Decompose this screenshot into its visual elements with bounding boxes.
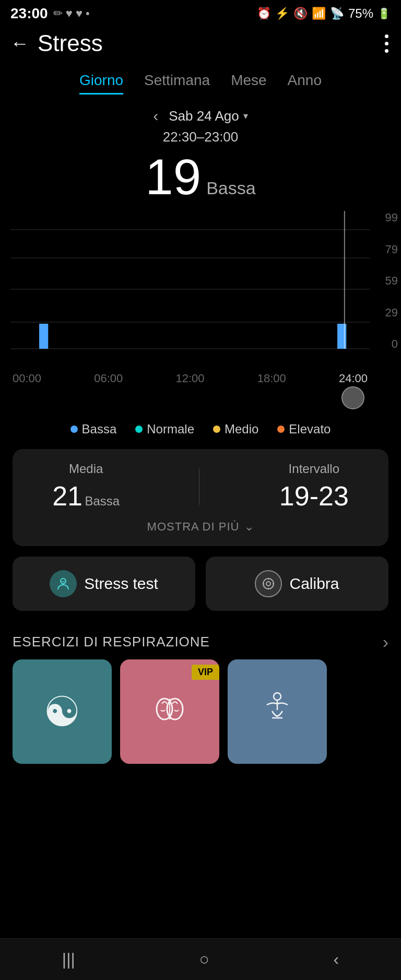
bluetooth-icon: ⚡ <box>275 7 289 20</box>
battery-icon: 🔋 <box>378 7 391 20</box>
y-label-29: 29 <box>371 306 401 320</box>
stat-intervallo: Intervallo 19-23 <box>279 462 349 512</box>
chart-svg <box>10 211 370 368</box>
breathing-nav-arrow[interactable]: › <box>383 632 388 652</box>
x-axis-labels: 00:00 06:00 12:00 18:00 24:00 <box>0 370 401 385</box>
tab-anno[interactable]: Anno <box>288 72 322 95</box>
legend-label-elevato: Elevato <box>289 422 331 436</box>
date-selector[interactable]: Sab 24 Ago ▾ <box>169 108 247 124</box>
stress-test-icon <box>50 570 77 597</box>
menu-dot-2 <box>385 42 388 45</box>
scrubber-row <box>0 385 401 409</box>
intervallo-value: 19-23 <box>279 480 349 512</box>
app-header: ← Stress <box>0 25 401 62</box>
breathing-card-3[interactable] <box>228 659 327 764</box>
legend-normale: Normale <box>135 422 194 436</box>
wifi-icon: 📶 <box>312 7 326 20</box>
menu-dot-3 <box>385 49 388 53</box>
nav-recent-apps-icon[interactable]: ||| <box>62 950 75 969</box>
stress-test-label: Stress test <box>84 575 158 593</box>
legend-medio: Medio <box>213 422 258 436</box>
stress-value-display: 19 Bassa <box>0 145 401 211</box>
calibra-icon <box>255 570 282 597</box>
breathing-card-2-icon <box>151 689 188 734</box>
legend-dot-medio <box>213 426 220 433</box>
chart-scrubber[interactable] <box>341 386 364 409</box>
bottom-nav: ||| ○ ‹ <box>0 938 401 980</box>
header-left: ← Stress <box>10 30 103 56</box>
nav-home-icon[interactable]: ○ <box>199 950 209 969</box>
media-label: Media <box>52 462 120 476</box>
meditation-svg <box>259 689 296 726</box>
stat-media: Media 21 Bassa <box>52 462 120 512</box>
current-date: Sab 24 Ago <box>169 108 239 124</box>
date-dropdown-icon: ▾ <box>243 110 248 122</box>
breathing-card-2[interactable]: VIP <box>120 659 219 764</box>
x-label-2400: 24:00 <box>339 372 368 385</box>
svg-point-8 <box>61 578 66 584</box>
y-label-99: 99 <box>371 211 401 225</box>
chart-wrapper: 99 79 59 29 0 <box>0 211 401 370</box>
x-label-1200: 12:00 <box>175 372 204 385</box>
calibra-button[interactable]: Calibra <box>206 557 388 611</box>
battery-label: 75% <box>348 6 373 21</box>
y-label-59: 59 <box>371 274 401 288</box>
media-value-row: 21 Bassa <box>52 480 120 512</box>
stats-card: Media 21 Bassa Intervallo 19-23 MOSTRA D… <box>13 449 388 546</box>
period-tabs: Giorno Settimana Mese Anno <box>0 62 401 100</box>
legend-dot-elevato <box>277 426 285 433</box>
legend-label-bassa: Bassa <box>82 422 117 436</box>
status-right: ⏰ ⚡ 🔇 📶 📡 75% 🔋 <box>257 6 391 21</box>
show-more-chevron-icon: ⌄ <box>244 520 254 534</box>
legend-elevato: Elevato <box>277 422 331 436</box>
svg-point-18 <box>274 693 281 700</box>
legend-label-medio: Medio <box>225 422 258 436</box>
brain-svg <box>151 689 188 726</box>
back-button[interactable]: ← <box>10 32 29 54</box>
menu-dot-1 <box>385 34 388 38</box>
calibra-svg <box>261 576 276 592</box>
alarm-icon: ⏰ <box>257 7 271 20</box>
nav-back-icon[interactable]: ‹ <box>333 950 339 969</box>
mute-icon: 🔇 <box>293 7 308 20</box>
legend-bassa: Bassa <box>70 422 117 436</box>
breathing-section-header: ESERCIZI DI RESPIRAZIONE › <box>0 621 401 659</box>
legend-label-normale: Normale <box>147 422 194 436</box>
show-more-label: MOSTRA DI PIÙ <box>147 520 240 534</box>
status-icons: ✏ ♥ ♥ • <box>53 7 90 20</box>
tab-mese[interactable]: Mese <box>231 72 266 95</box>
stress-number: 19 <box>145 148 201 206</box>
x-label-1800: 18:00 <box>257 372 286 385</box>
y-label-0: 0 <box>371 337 401 351</box>
date-navigation: ‹ Sab 24 Ago ▾ <box>0 100 401 127</box>
breathing-card-3-icon <box>259 689 296 734</box>
legend-dot-normale <box>135 426 143 433</box>
stress-test-button[interactable]: Stress test <box>13 557 195 611</box>
svg-point-9 <box>263 578 274 589</box>
calibra-label: Calibra <box>289 575 339 593</box>
legend-dot-bassa <box>70 426 78 433</box>
status-time: 23:00 <box>10 5 48 22</box>
stress-test-svg <box>55 576 71 592</box>
breathing-card-1[interactable]: ☯ <box>13 659 112 764</box>
time-range: 22:30–23:00 <box>0 127 401 145</box>
stats-row: Media 21 Bassa Intervallo 19-23 <box>13 462 388 512</box>
stats-divider <box>199 468 199 505</box>
breathing-card-1-icon: ☯ <box>43 688 81 736</box>
svg-rect-5 <box>39 324 48 349</box>
prev-date-button[interactable]: ‹ <box>153 107 158 125</box>
more-menu-button[interactable] <box>385 34 388 53</box>
action-buttons-row: Stress test Calibra <box>13 557 388 611</box>
x-label-0600: 06:00 <box>94 372 123 385</box>
y-label-79: 79 <box>371 243 401 256</box>
chart-area <box>10 211 370 368</box>
media-sublabel: Bassa <box>85 494 120 508</box>
breathing-title: ESERCIZI DI RESPIRAZIONE <box>13 634 210 650</box>
svg-point-10 <box>266 582 270 586</box>
tab-giorno[interactable]: Giorno <box>79 72 123 95</box>
tab-settimana[interactable]: Settimana <box>144 72 210 95</box>
signal-icon: 📡 <box>330 7 344 20</box>
status-left: 23:00 ✏ ♥ ♥ • <box>10 5 90 22</box>
show-more-button[interactable]: MOSTRA DI PIÙ ⌄ <box>13 512 388 536</box>
vip-badge: VIP <box>192 665 219 680</box>
